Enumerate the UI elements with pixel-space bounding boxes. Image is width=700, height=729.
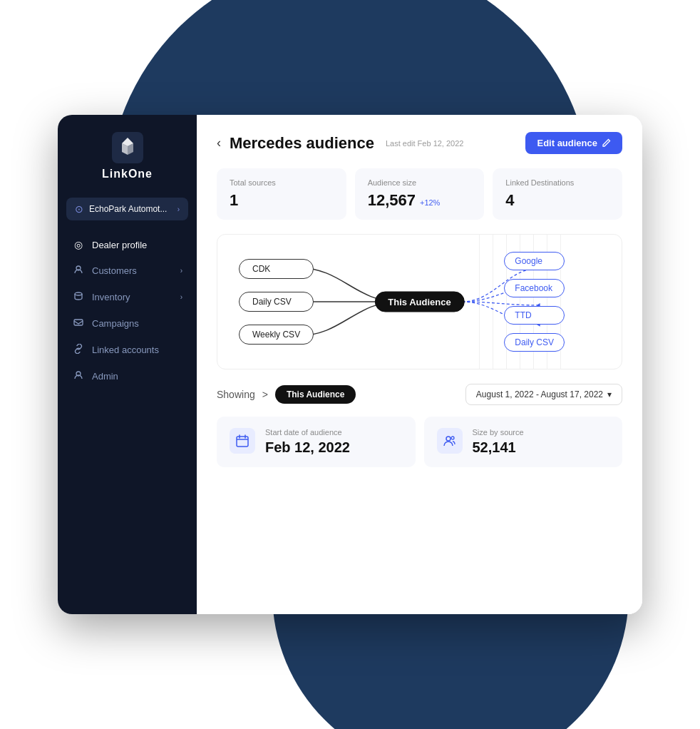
inventory-icon [72,291,85,303]
logo-text: LinkOne [102,168,153,180]
stat-card-sources: Total sources 1 [217,168,346,220]
stat-card-audience-size: Audience size 12,567 +12% [355,168,485,220]
flow-source-daily-csv: Daily CSV [239,292,314,312]
showing-pill[interactable]: This Audience [275,385,356,404]
inventory-chevron: › [180,293,182,301]
date-range-label: August 1, 2022 - August 17, 2022 [476,389,603,399]
inventory-label: Inventory [92,292,173,302]
page-title: Mercedes audience [230,134,374,153]
flow-source-cdk: CDK [239,259,314,279]
stat-card-destinations: Linked Destinations 4 [493,168,622,220]
stat-badge-audience: +12% [420,198,440,207]
grid-line [479,235,480,369]
customers-icon [72,265,85,277]
showing-label: Showing [217,389,255,400]
metric-label-start-date: Start date of audience [265,428,350,437]
linked-accounts-icon [72,344,85,356]
page-header: ‹ Mercedes audience Last edit Feb 12, 20… [217,132,622,154]
last-edit: Last edit Feb 12, 2022 [386,139,463,148]
linked-accounts-label: Linked accounts [92,345,182,355]
edit-audience-label: Edit audience [537,138,597,148]
campaigns-label: Campaigns [92,318,182,329]
sidebar: LinkOne ⊙ EchoPark Automot... › ◎ Dealer… [58,115,197,614]
svg-point-11 [451,437,454,439]
dealer-profile-label: Dealer profile [92,240,182,250]
linkone-logo-icon [112,132,143,163]
flow-dest-ttd: TTD [504,306,565,325]
flow-diagram: CDK Daily CSV Weekly CSV This Audience G… [217,234,622,369]
flow-sources: CDK Daily CSV Weekly CSV [239,259,314,345]
back-button[interactable]: ‹ [217,136,221,151]
stat-value-audience: 12,567 +12% [368,191,472,210]
date-range-button[interactable]: August 1, 2022 - August 17, 2022 ▾ [465,384,622,405]
showing-bar: Showing > This Audience August 1, 2022 -… [217,384,622,405]
sidebar-item-admin[interactable]: Admin [58,363,197,389]
stat-value-destinations: 4 [505,191,609,210]
metrics-row: Start date of audience Feb 12, 2022 [217,417,622,467]
flow-source-weekly-csv: Weekly CSV [239,325,314,345]
sidebar-item-linked-accounts[interactable]: Linked accounts [58,337,197,363]
sidebar-item-customers[interactable]: Customers › [58,258,197,284]
sidebar-logo: LinkOne [58,115,197,192]
customers-label: Customers [92,265,173,276]
showing-arrow: > [262,389,268,400]
admin-icon [72,370,85,382]
stats-row: Total sources 1 Audience size 12,567 +12… [217,168,622,220]
flow-dest-daily-csv: Daily CSV [504,333,565,352]
metric-card-start-date: Start date of audience Feb 12, 2022 [217,417,416,467]
edit-icon [602,138,611,148]
customers-chevron: › [180,267,182,275]
stat-label-sources: Total sources [230,178,334,187]
content-area: ‹ Mercedes audience Last edit Feb 12, 20… [197,115,642,614]
app-container: LinkOne ⊙ EchoPark Automot... › ◎ Dealer… [58,115,642,614]
stat-value-sources: 1 [230,191,334,210]
users-icon [437,428,463,454]
sidebar-item-campaigns[interactable]: Campaigns [58,310,197,337]
calendar-icon [230,428,255,454]
stat-label-audience: Audience size [368,178,472,187]
dealer-chevron: › [177,205,180,213]
metric-info-size-by-source: Size by source 52,141 [473,428,524,456]
showing-left: Showing > This Audience [217,385,356,404]
admin-label: Admin [92,371,182,382]
metric-card-size-by-source: Size by source 52,141 [424,417,623,467]
nav-section: ◎ Dealer profile Customers › [58,232,197,614]
stat-label-destinations: Linked Destinations [505,178,609,187]
svg-point-10 [446,437,451,441]
metric-info-start-date: Start date of audience Feb 12, 2022 [265,428,350,456]
edit-audience-button[interactable]: Edit audience [525,132,622,154]
dealer-profile-icon: ◎ [72,239,85,250]
date-range-chevron: ▾ [607,389,612,399]
grid-line [493,235,493,369]
dealer-name: EchoPark Automot... [89,204,172,214]
metric-value-size-by-source: 52,141 [473,439,524,456]
metric-label-size-by-source: Size by source [473,428,524,437]
main-content: ‹ Mercedes audience Last edit Feb 12, 20… [197,115,642,614]
flow-dest-facebook: Facebook [504,279,565,297]
dealer-icon: ⊙ [75,203,83,215]
flow-center-label: This Audience [374,292,464,312]
page-header-left: ‹ Mercedes audience Last edit Feb 12, 20… [217,134,463,153]
sidebar-item-dealer-profile[interactable]: ◎ Dealer profile [58,232,197,258]
flow-center-node: This Audience [374,292,464,312]
flow-destinations: Google Facebook TTD Daily CSV [504,252,565,352]
svg-rect-3 [74,320,83,325]
dealer-selector[interactable]: ⊙ EchoPark Automot... › [66,198,188,220]
metric-value-start-date: Feb 12, 2022 [265,439,350,456]
flow-dest-google: Google [504,252,565,270]
campaigns-icon [72,317,85,330]
svg-rect-9 [237,437,248,447]
svg-point-2 [75,292,82,295]
sidebar-item-inventory[interactable]: Inventory › [58,284,197,310]
